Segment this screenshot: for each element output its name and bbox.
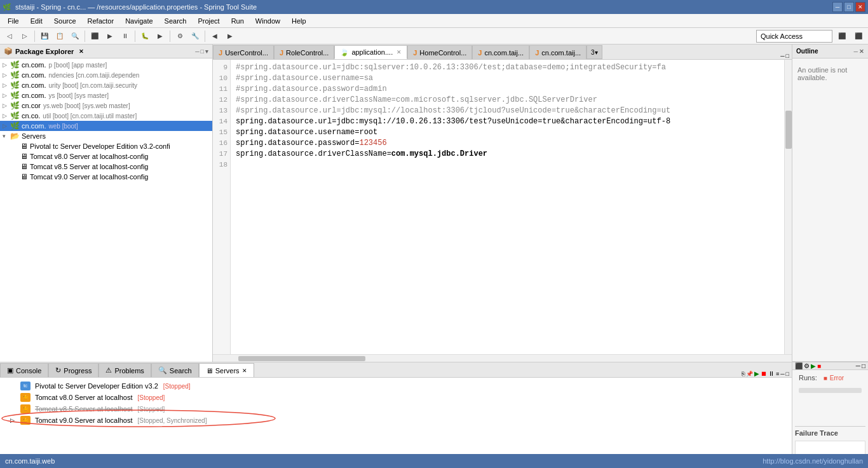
editor-scrollbar[interactable] xyxy=(784,60,792,354)
menu-source[interactable]: Source xyxy=(49,16,81,26)
toolbar-btn-3[interactable]: 📋 xyxy=(53,29,67,43)
bottom-min-icon[interactable]: ─ xyxy=(780,371,784,377)
menu-navigate[interactable]: Navigate xyxy=(120,16,158,26)
menu-run[interactable]: Run xyxy=(226,16,249,26)
editor-maximize-icon[interactable]: □ xyxy=(786,53,789,59)
menu-project[interactable]: Project xyxy=(193,16,224,26)
server-expand-arrow: ▷ xyxy=(10,417,18,423)
menu-edit[interactable]: Edit xyxy=(25,16,48,26)
toolbar-perspective-2[interactable]: ⬛ xyxy=(851,29,865,43)
tree-item-cn-dep[interactable]: ▷ 🌿 cn.com. ndencies [cn.com.taiji.depen… xyxy=(0,70,212,80)
tree-item-cn-sys[interactable]: ▷ 🌿 cn.com. ys [boot] [sys master] xyxy=(0,90,212,100)
quick-access-box[interactable]: Quick Access xyxy=(756,30,832,43)
toolbar-btn-13[interactable]: ▶ xyxy=(223,29,237,43)
toolbar-btn-save[interactable]: 💾 xyxy=(37,29,51,43)
menu-help[interactable]: Help xyxy=(287,16,311,26)
maximize-panel-btn[interactable]: □ xyxy=(201,48,204,55)
tree-label: Pivotal tc Server Developer Edition v3.2… xyxy=(30,142,170,150)
server-tomcat85[interactable]: 🐈 Tomcat v8.5 Server at localhost [Stopp… xyxy=(5,403,787,415)
tab-overflow-menu[interactable]: 3 ▾ xyxy=(587,45,602,59)
toolbar-btn-4[interactable]: 🔍 xyxy=(68,29,82,43)
tab-cn-taij2[interactable]: J cn.com.taij... xyxy=(529,45,587,59)
tab-close-icon[interactable]: ✕ xyxy=(397,49,402,55)
tree-label: Servers xyxy=(22,132,46,140)
br-max[interactable]: □ xyxy=(862,362,865,369)
menu-search[interactable]: Search xyxy=(159,16,192,26)
toolbar-btn-9[interactable]: ▶ xyxy=(153,29,167,43)
toolbar-btn-7[interactable]: ⏸ xyxy=(118,29,132,43)
tab-label: UserControl... xyxy=(225,49,268,57)
title-text: ststaiji - Spring - cn.c... — /resources… xyxy=(15,3,257,11)
toolbar-btn-2[interactable]: ▷ xyxy=(18,29,32,43)
outline-minimize[interactable]: ─ xyxy=(854,48,858,55)
editor-minimize-icon[interactable]: ─ xyxy=(780,53,784,59)
toolbar-btn-10[interactable]: ⚙ xyxy=(173,29,187,43)
tab-usercontrol[interactable]: J UserControl... xyxy=(213,45,274,59)
bottom-options-icon[interactable]: ≡ xyxy=(776,371,779,377)
toolbar-btn-5[interactable]: ⬛ xyxy=(88,29,102,43)
br-icon3[interactable]: ▶ xyxy=(811,362,816,369)
tab-rolecontrol[interactable]: J RoleControl... xyxy=(274,45,334,59)
tab-progress[interactable]: ↻ Progress xyxy=(48,363,98,377)
toolbar-sep-3 xyxy=(135,31,135,42)
tab-problems[interactable]: ⚠ Problems xyxy=(98,363,151,377)
toolbar-btn-11[interactable]: 🔧 xyxy=(188,29,202,43)
minimize-panel-btn[interactable]: ─ xyxy=(195,48,199,55)
tree-item-pivotal[interactable]: 🖥 Pivotal tc Server Developer Edition v3… xyxy=(0,141,212,151)
bottom-copy-icon[interactable]: ⎘ xyxy=(742,371,745,377)
tab-cn-taij1[interactable]: J cn.com.taij... xyxy=(472,45,529,59)
bottom-stop-icon[interactable]: ⏹ xyxy=(761,370,767,377)
view-menu-btn[interactable]: ▾ xyxy=(205,48,208,55)
minimize-button[interactable]: ─ xyxy=(832,2,843,12)
status-bar: cn.com.taiji.web http://blog.csdn.net/yi… xyxy=(0,454,868,468)
tab-servers[interactable]: 🖥 Servers ✕ xyxy=(199,363,254,377)
menu-refactor[interactable]: Refactor xyxy=(83,16,119,26)
bottom-max-icon[interactable]: □ xyxy=(786,371,789,377)
toolbar-perspective-1[interactable]: ⬛ xyxy=(835,29,849,43)
tree-item-cn-app[interactable]: ▷ 🌿 cn.com. p [boot] [app master] xyxy=(0,60,212,70)
tree-item-tomcat90[interactable]: 🖥 Tomcat v9.0 Server at localhost-config xyxy=(0,172,212,182)
toolbar-btn-12[interactable]: ◀ xyxy=(208,29,222,43)
bottom-pin-icon[interactable]: 📌 xyxy=(746,371,753,377)
server-tomcat80[interactable]: 🐈 Tomcat v8.0 Server at localhost [Stopp… xyxy=(5,392,787,403)
toolbar-btn-1[interactable]: ◁ xyxy=(3,29,17,43)
tab-search[interactable]: 🔍 Search xyxy=(151,363,199,377)
failure-trace-label: Failure Trace xyxy=(795,426,865,437)
tab-close-icon[interactable]: ✕ xyxy=(242,368,247,374)
tab-homecontrol[interactable]: J HomeControl... xyxy=(407,45,472,59)
tree-item-cn-web[interactable]: ▷ 🌿 cn.com. web [boot] xyxy=(0,121,212,131)
tree-item-tomcat85[interactable]: 🖥 Tomcat v8.5 Server at localhost-config xyxy=(0,162,212,172)
menu-window[interactable]: Window xyxy=(250,16,285,26)
title-bar-left: 🌿 ststaiji - Spring - cn.c... — /resourc… xyxy=(3,3,257,11)
package-explorer-close[interactable]: ✕ xyxy=(79,48,84,55)
toolbar-btn-6[interactable]: ▶ xyxy=(103,29,117,43)
toolbar-btn-8[interactable]: 🐛 xyxy=(138,29,152,43)
br-icon4[interactable]: ■ xyxy=(817,362,821,369)
main-content-area: 📦 Package Explorer ✕ ─ □ ▾ ▷ 🌿 cn.com. p… xyxy=(0,45,868,454)
bottom-pause-icon[interactable]: ⏸ xyxy=(768,370,775,377)
menu-file[interactable]: File xyxy=(3,16,24,26)
server-label: Tomcat v9.0 Server at localhost xyxy=(35,416,132,424)
br-icon2[interactable]: ⚙ xyxy=(804,362,810,369)
problems-icon: ⚠ xyxy=(105,366,112,375)
server-tomcat90[interactable]: ▷ 🐈 Tomcat v9.0 Server at localhost [Sto… xyxy=(5,415,259,426)
br-icon1[interactable]: ⬛ xyxy=(795,362,803,369)
close-button[interactable]: ✕ xyxy=(855,2,865,12)
tab-application[interactable]: 🍃 application.... ✕ xyxy=(334,45,407,59)
tab-console[interactable]: ▣ Console xyxy=(0,363,48,377)
bottom-start-icon[interactable]: ▶ xyxy=(754,370,759,377)
tab-icon: J xyxy=(219,49,222,57)
outline-close[interactable]: ✕ xyxy=(859,48,864,55)
server-pivotal[interactable]: tc Pivotal tc Server Developer Edition v… xyxy=(5,380,787,392)
outline-header: Outline ─ ✕ xyxy=(792,45,868,59)
maximize-button[interactable]: □ xyxy=(844,2,854,12)
tree-item-servers[interactable]: ▾ 📂 Servers xyxy=(0,131,212,141)
tree-item-cn-util[interactable]: ▷ 🌿 cn.co. util [boot] [cn.com.taiji.uti… xyxy=(0,111,212,121)
h-scrollbar[interactable] xyxy=(213,354,792,362)
code-content[interactable]: #spring.datasource.url=jdbc:sqlserver:10… xyxy=(231,60,784,354)
tomcat-icon: 🐈 xyxy=(20,393,31,402)
br-min[interactable]: ─ xyxy=(856,362,860,369)
tree-item-cn-sysweb[interactable]: ▷ 🌿 cn.cor ys.web [boot] [sys.web master… xyxy=(0,100,212,111)
tree-item-tomcat80[interactable]: 🖥 Tomcat v8.0 Server at localhost-config xyxy=(0,151,212,162)
tree-item-cn-security[interactable]: ▷ 🌿 cn.com. urity [boot] [cn.com.taiji.s… xyxy=(0,80,212,90)
